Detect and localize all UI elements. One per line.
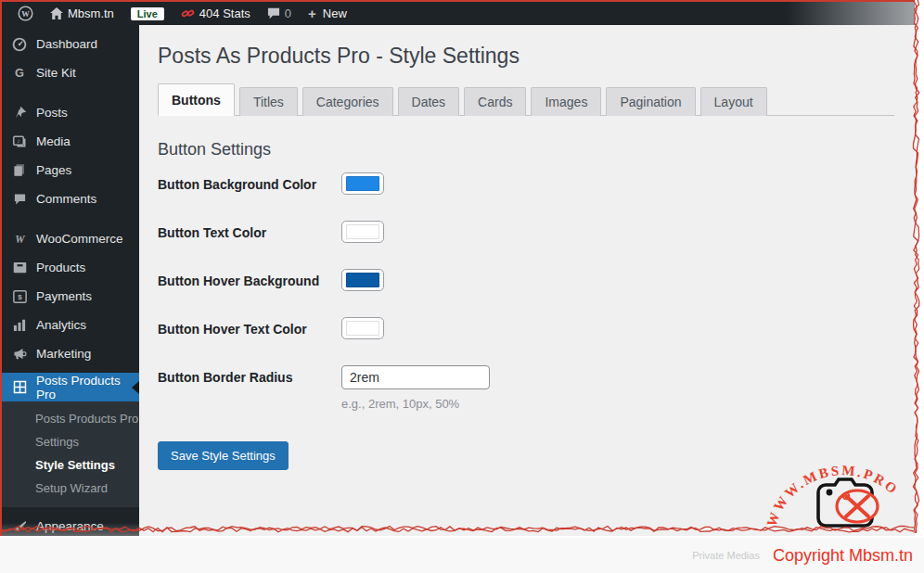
sidebar-item-comments[interactable]: Comments [2, 185, 139, 213]
grid-icon [11, 380, 28, 394]
wordpress-menu[interactable]: W [9, 2, 42, 25]
field-label: Button Hover Background [158, 269, 341, 288]
footer-bar: Private Medias Copyright Mbsm.tn [0, 538, 924, 573]
admin-sidebar: Dashboard G Site Kit Posts ♪ Media [2, 25, 139, 536]
color-picker-button-hover-text[interactable] [341, 317, 384, 339]
sidebar-label: Posts [36, 106, 68, 120]
sitekit-icon: G [11, 66, 28, 81]
404-stats-link[interactable]: 404 Stats [173, 2, 259, 25]
comments-count: 0 [285, 6, 291, 20]
sidebar-label: Payments [36, 289, 92, 303]
payments-icon: $ [11, 290, 28, 303]
site-link[interactable]: Mbsm.tn [42, 2, 122, 25]
sidebar-item-woocommerce[interactable]: W WooCommerce [2, 224, 139, 253]
svg-text:W: W [15, 233, 25, 245]
comment-bubble-icon [267, 7, 280, 19]
new-label: New [323, 6, 347, 20]
color-swatch [346, 224, 379, 239]
sidebar-label: Analytics [36, 318, 86, 332]
comments-icon [11, 193, 28, 206]
color-swatch [346, 273, 379, 287]
tab-images[interactable]: Images [531, 87, 601, 116]
color-swatch [346, 176, 379, 191]
svg-text:$: $ [18, 293, 22, 301]
sidebar-label: Products [36, 261, 85, 274]
megaphone-icon [11, 348, 28, 361]
field-row-button-border-radius: Button Border Radius e.g., 2rem, 10px, 5… [158, 365, 894, 414]
sidebar-label: WooCommerce [36, 232, 123, 246]
sidebar-item-marketing[interactable]: Marketing [2, 339, 139, 368]
sidebar-label: Pages [36, 163, 71, 177]
tab-dates[interactable]: Dates [398, 87, 460, 116]
submenu-item-posts-products-pro[interactable]: Posts Products Pro [2, 407, 139, 430]
submenu-item-setup-wizard[interactable]: Setup Wizard [2, 477, 139, 500]
sidebar-label: Comments [36, 192, 96, 206]
home-icon [50, 7, 63, 19]
dashboard-icon [11, 37, 28, 52]
site-name: Mbsm.tn [68, 6, 114, 20]
page-title: Posts As Products Pro - Style Settings [158, 44, 894, 69]
new-content-menu[interactable]: + New [300, 2, 355, 25]
plus-icon: + [308, 6, 316, 21]
sidebar-label: Dashboard [36, 37, 97, 51]
svg-text:♪: ♪ [17, 137, 19, 144]
color-picker-button-background[interactable] [341, 172, 384, 195]
sidebar-item-posts-products-pro[interactable]: Posts Products Pro [2, 373, 139, 401]
field-row-button-text-color: Button Text Color [158, 221, 894, 269]
screenshot-root: W Mbsm.tn Live 404 Stats [0, 0, 924, 573]
sidebar-label: Marketing [36, 347, 91, 361]
color-picker-button-hover-background[interactable] [341, 269, 384, 291]
svg-text:G: G [15, 66, 24, 80]
tab-layout[interactable]: Layout [700, 87, 767, 116]
section-title: Button Settings [158, 140, 894, 159]
field-row-button-background-color: Button Background Color [158, 172, 894, 221]
submenu-item-style-settings[interactable]: Style Settings [2, 453, 139, 477]
tab-titles[interactable]: Titles [239, 87, 298, 116]
sidebar-item-site-kit[interactable]: G Site Kit [2, 58, 139, 87]
sidebar-label: Posts Products Pro [36, 374, 130, 401]
svg-text:W: W [21, 9, 30, 19]
color-swatch [346, 321, 379, 336]
main-content: Posts As Products Pro - Style Settings B… [139, 25, 915, 536]
sidebar-item-dashboard[interactable]: Dashboard [2, 30, 139, 58]
sidebar-item-products[interactable]: Products [2, 253, 139, 282]
sidebar-item-payments[interactable]: $ Payments [2, 282, 139, 311]
tab-categories[interactable]: Categories [302, 87, 393, 116]
field-label: Button Border Radius [158, 365, 341, 385]
sidebar-item-posts[interactable]: Posts [2, 98, 139, 127]
border-radius-hint: e.g., 2rem, 10px, 50% [341, 397, 490, 411]
save-style-settings-button[interactable]: Save Style Settings [158, 441, 289, 470]
submenu-item-settings[interactable]: Settings [2, 430, 139, 453]
tab-cards[interactable]: Cards [464, 87, 526, 116]
sidebar-item-appearance[interactable]: Appearance [2, 512, 139, 536]
bar-chart-icon [11, 319, 28, 331]
border-radius-input[interactable] [341, 365, 490, 389]
live-badge: Live [131, 7, 164, 20]
sidebar-item-analytics[interactable]: Analytics [2, 311, 139, 339]
paintbrush-icon [11, 520, 28, 533]
media-icon: ♪ [11, 134, 28, 148]
products-box-icon [11, 261, 28, 274]
field-row-button-hover-text-color: Button Hover Text Color [158, 317, 894, 365]
wordpress-logo-icon: W [18, 6, 33, 21]
field-row-button-hover-background: Button Hover Background [158, 269, 894, 317]
live-status[interactable]: Live [122, 2, 173, 25]
sidebar-label: Appearance [36, 519, 104, 533]
field-label: Button Text Color [158, 221, 341, 240]
sidebar-label: Site Kit [36, 66, 76, 80]
tab-pagination[interactable]: Pagination [606, 87, 695, 116]
sidebar-item-media[interactable]: ♪ Media [2, 127, 139, 156]
posts-products-pro-submenu: Posts Products Pro Settings Style Settin… [2, 401, 139, 507]
color-picker-button-text[interactable] [341, 221, 384, 243]
comments-indicator[interactable]: 0 [259, 2, 300, 25]
copyright-label: Copyright Mbsm.tn [773, 546, 913, 566]
admin-screenshot-frame: W Mbsm.tn Live 404 Stats [0, 0, 915, 536]
admin-bar: W Mbsm.tn Live 404 Stats [2, 2, 915, 25]
private-medias-label: Private Medias [692, 550, 760, 561]
pages-icon [11, 163, 28, 177]
sidebar-label: Media [36, 134, 71, 148]
stats-label: 404 Stats [199, 6, 250, 20]
tab-bar: Buttons Titles Categories Dates Cards Im… [158, 83, 894, 116]
sidebar-item-pages[interactable]: Pages [2, 156, 139, 185]
tab-buttons[interactable]: Buttons [158, 83, 235, 116]
